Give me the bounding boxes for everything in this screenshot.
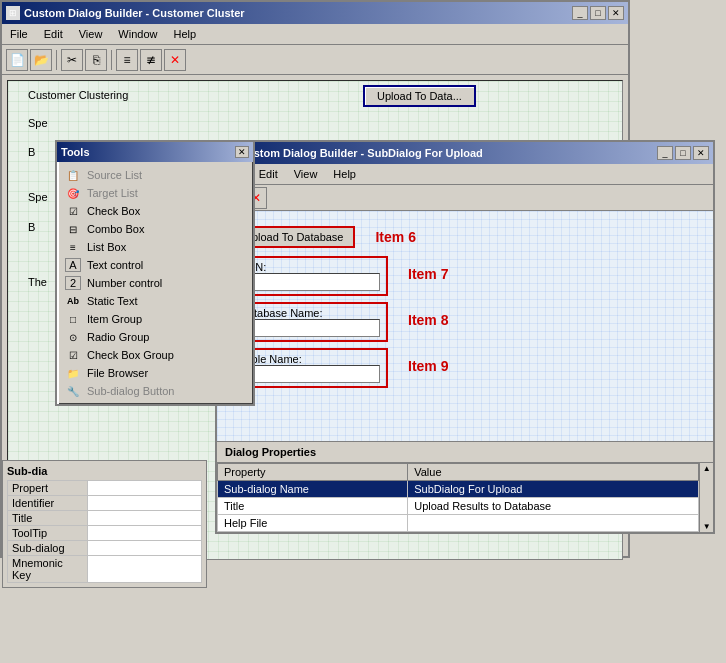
customer-clustering-label: Customer Clustering: [28, 89, 128, 101]
menu-help[interactable]: Help: [165, 26, 204, 42]
sub-menu-view[interactable]: View: [286, 166, 326, 182]
props-table-container: Property Value Sub-dialog Name SubDialog…: [217, 463, 713, 532]
dialog-properties-section: Dialog Properties Property Value Sub-dia…: [217, 441, 713, 532]
toolbar-separator-1: [56, 50, 57, 70]
dialog-properties-title: Dialog Properties: [217, 442, 713, 463]
sub-minimize-button[interactable]: _: [657, 146, 673, 160]
props-col-property: Property: [218, 464, 408, 481]
tablename-input[interactable]: [240, 365, 380, 383]
props-cell-helpfile-label: Help File: [218, 515, 408, 532]
sub-close-button[interactable]: ✕: [693, 146, 709, 160]
item8-label: Item 8: [408, 312, 448, 328]
tools-item-item-group[interactable]: □ Item Group: [59, 310, 251, 328]
source-list-icon: 📋: [65, 168, 81, 182]
item9-label: Item 9: [408, 358, 448, 374]
sub-toolbar: ≡ ✕: [217, 185, 713, 211]
toolbar-align-button[interactable]: ≡: [116, 49, 138, 71]
props-cell-helpfile-value: [408, 515, 699, 532]
file-browser-icon: 📁: [65, 366, 81, 380]
tools-item-sub-dialog-button[interactable]: 🔧 Sub-dialog Button: [59, 382, 251, 400]
minimize-button[interactable]: _: [572, 6, 588, 20]
upload-row: Upload To Database Item 6: [232, 226, 698, 248]
toolbar-format-button[interactable]: ≢: [140, 49, 162, 71]
application-container: ⊞ Custom Dialog Builder - Customer Clust…: [0, 0, 726, 663]
main-window-title: Custom Dialog Builder - Customer Cluster: [24, 7, 245, 19]
prop-value-property: [88, 481, 202, 496]
tools-item-source-list[interactable]: 📋 Source List: [59, 166, 251, 184]
toolbar-cut-button[interactable]: ✂: [61, 49, 83, 71]
dbname-row: Database Name: Item 8: [232, 302, 698, 342]
item-group-icon: □: [65, 312, 81, 326]
tools-item-check-box[interactable]: ☑ Check Box: [59, 202, 251, 220]
props-cell-title-label: Title: [218, 498, 408, 515]
number-control-icon: 2: [65, 276, 81, 290]
main-window-controls: _ □ ✕: [572, 6, 624, 20]
tools-item-list-box[interactable]: ≡ List Box: [59, 238, 251, 256]
tools-item-file-browser[interactable]: 📁 File Browser: [59, 364, 251, 382]
sub-dialog-button-label: Sub-dialog Button: [87, 385, 174, 397]
tools-item-target-list[interactable]: 🎯 Target List: [59, 184, 251, 202]
item-group-label: Item Group: [87, 313, 142, 325]
tools-item-text-control[interactable]: A Text control: [59, 256, 251, 274]
tablename-group: Table Name:: [232, 348, 388, 388]
tools-close-button[interactable]: ✕: [235, 146, 249, 158]
spec-label-2: B: [28, 146, 35, 158]
tools-item-number-control[interactable]: 2 Number control: [59, 274, 251, 292]
list-box-label: List Box: [87, 241, 126, 253]
props-row-subdialog-name[interactable]: Sub-dialog Name SubDialog For Upload: [218, 481, 699, 498]
tools-item-check-box-group[interactable]: ☑ Check Box Group: [59, 346, 251, 364]
bottom-props-table: Propert Identifier Title ToolTip Sub-dia…: [7, 480, 202, 583]
menu-view[interactable]: View: [71, 26, 111, 42]
prop-label-identifier: Identifier: [8, 496, 88, 511]
prop-row-tooltip: ToolTip: [8, 526, 202, 541]
toolbar-delete-button[interactable]: ✕: [164, 49, 186, 71]
menu-file[interactable]: File: [2, 26, 36, 42]
target-list-label: Target List: [87, 187, 138, 199]
file-browser-label: File Browser: [87, 367, 148, 379]
tools-title-bar: Tools ✕: [57, 142, 253, 162]
sub-menu-help[interactable]: Help: [325, 166, 364, 182]
tablename-label: Table Name:: [240, 353, 380, 365]
upload-to-data-button[interactable]: Upload To Data...: [363, 85, 476, 107]
props-row-title[interactable]: Title Upload Results to Database: [218, 498, 699, 515]
sub-menu-bar: File Edit View Help: [217, 164, 713, 185]
item6-label: Item 6: [375, 229, 415, 245]
tools-item-combo-box[interactable]: ⊟ Combo Box: [59, 220, 251, 238]
dialog-design-area: Upload To Database Item 6 DSN: Item 7 Da…: [217, 211, 713, 441]
menu-window[interactable]: Window: [110, 26, 165, 42]
tools-item-radio-group[interactable]: ⊙ Radio Group: [59, 328, 251, 346]
tools-window: Tools ✕ 📋 Source List 🎯 Target List ☑ Ch…: [55, 140, 255, 406]
dbname-label: Database Name:: [240, 307, 380, 319]
dbname-input[interactable]: [240, 319, 380, 337]
toolbar-new-button[interactable]: 📄: [6, 49, 28, 71]
tools-window-title: Tools: [61, 146, 90, 158]
dsn-row: DSN: Item 7: [232, 256, 698, 296]
sub-menu-edit[interactable]: Edit: [251, 166, 286, 182]
the-label: The: [28, 276, 47, 288]
props-cell-title-value: Upload Results to Database: [408, 498, 699, 515]
check-box-group-icon: ☑: [65, 348, 81, 362]
dsn-input[interactable]: [240, 273, 380, 291]
list-box-icon: ≡: [65, 240, 81, 254]
target-list-icon: 🎯: [65, 186, 81, 200]
prop-value-mnemonic: [88, 556, 202, 583]
sub-dialog-button-icon: 🔧: [65, 384, 81, 398]
prop-row-property: Propert: [8, 481, 202, 496]
prop-row-title: Title: [8, 511, 202, 526]
props-scrollbar[interactable]: ▲ ▼: [699, 463, 713, 532]
tablename-row: Table Name: Item 9: [232, 348, 698, 388]
toolbar-copy-button[interactable]: ⎘: [85, 49, 107, 71]
toolbar-open-button[interactable]: 📂: [30, 49, 52, 71]
scrollbar-down-arrow[interactable]: ▼: [703, 522, 711, 531]
prop-value-identifier: [88, 496, 202, 511]
maximize-button[interactable]: □: [590, 6, 606, 20]
radio-group-icon: ⊙: [65, 330, 81, 344]
scrollbar-up-arrow[interactable]: ▲: [703, 464, 711, 473]
tools-item-static-text[interactable]: Ab Static Text: [59, 292, 251, 310]
props-row-helpfile[interactable]: Help File: [218, 515, 699, 532]
combo-box-icon: ⊟: [65, 222, 81, 236]
prop-value-title: [88, 511, 202, 526]
sub-maximize-button[interactable]: □: [675, 146, 691, 160]
close-button[interactable]: ✕: [608, 6, 624, 20]
menu-edit[interactable]: Edit: [36, 26, 71, 42]
